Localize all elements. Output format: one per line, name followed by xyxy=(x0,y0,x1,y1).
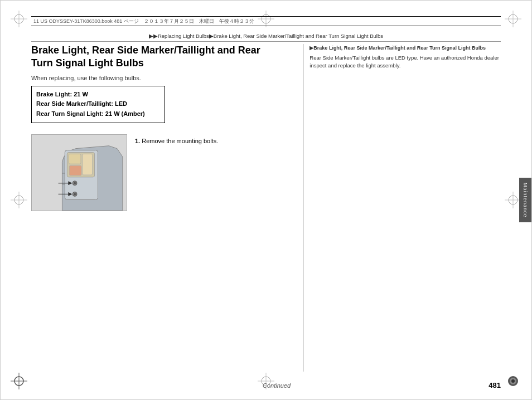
diagram-box: Mounting Bolts xyxy=(31,134,127,211)
right-column: ▶Brake Light, Rear Side Marker/Taillight… xyxy=(303,44,501,372)
side-tab: Maintenance xyxy=(519,178,531,222)
step-number: 1. xyxy=(135,138,140,144)
svg-point-33 xyxy=(74,193,76,195)
footer-continued: Continued xyxy=(65,382,489,389)
info-line-2: Rear Side Marker/Taillight: LED xyxy=(36,99,160,109)
corner-mark-br xyxy=(505,373,521,389)
info-line-1: Brake Light: 21 W xyxy=(36,90,160,100)
info-line-3: Rear Turn Signal Light: 21 W (Amber) xyxy=(36,109,160,119)
page-title-line1: Brake Light, Rear Side Marker/Taillight … xyxy=(31,45,260,56)
file-info-text: 11 US ODYSSEY-31TK86300.book 481 ページ ２０１… xyxy=(33,18,254,25)
page-outer: 11 US ODYSSEY-31TK86300.book 481 ページ ２０１… xyxy=(0,0,532,400)
svg-rect-28 xyxy=(69,165,81,175)
side-tab-label: Maintenance xyxy=(523,183,528,218)
step-area: Mounting Bolts xyxy=(31,134,292,211)
intro-text: When replacing, use the following bulbs. xyxy=(31,75,292,81)
info-box: Brake Light: 21 W Rear Side Marker/Taill… xyxy=(31,86,165,123)
right-note-title: ▶Brake Light, Rear Side Marker/Taillight… xyxy=(309,44,501,52)
svg-point-11 xyxy=(511,379,515,383)
corner-mark-bl xyxy=(11,373,27,389)
svg-rect-27 xyxy=(69,154,81,164)
step-description: Remove the mounting bolts. xyxy=(142,138,218,144)
breadcrumb: ▶▶Replacing Light Bulbs▶Brake Light, Rea… xyxy=(31,33,501,42)
svg-point-31 xyxy=(74,182,76,184)
header-bar: 11 US ODYSSEY-31TK86300.book 481 ページ ２０１… xyxy=(31,16,501,26)
breadcrumb-text: ▶▶Replacing Light Bulbs▶Brake Light, Rea… xyxy=(149,33,383,39)
footer: Continued 481 xyxy=(31,381,501,389)
main-content: Brake Light, Rear Side Marker/Taillight … xyxy=(31,44,501,372)
diagram-svg xyxy=(32,135,127,211)
corner-mark-ml xyxy=(11,192,27,208)
footer-page-number: 481 xyxy=(489,381,501,389)
right-note: ▶Brake Light, Rear Side Marker/Taillight… xyxy=(309,44,501,70)
page-title-line2: Turn Signal Light Bulbs xyxy=(31,57,144,69)
step-text: 1. Remove the mounting bolts. xyxy=(135,134,218,146)
left-column: Brake Light, Rear Side Marker/Taillight … xyxy=(31,44,303,372)
right-note-title-text: ▶Brake Light, Rear Side Marker/Taillight… xyxy=(309,45,486,51)
page-title: Brake Light, Rear Side Marker/Taillight … xyxy=(31,44,292,70)
right-note-body: Rear Side Marker/Taillight bulbs are LED… xyxy=(309,54,501,70)
svg-rect-29 xyxy=(83,154,93,174)
corner-mark-tr xyxy=(505,11,521,27)
corner-mark-tl xyxy=(11,11,27,27)
